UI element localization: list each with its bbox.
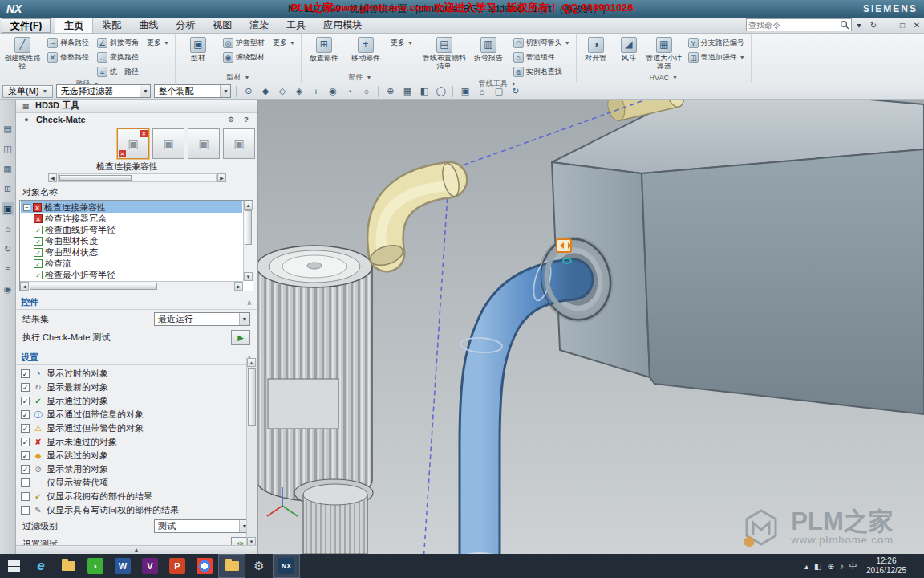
command-search-input[interactable] bbox=[748, 21, 840, 30]
test-row[interactable]: − ✕ 检查连接兼容性 bbox=[21, 201, 242, 213]
checkbox[interactable] bbox=[21, 478, 30, 487]
option-show-failed[interactable]: ✘显示未通过的对象 bbox=[21, 435, 245, 449]
tab-render[interactable]: 渲染 bbox=[241, 18, 278, 33]
option-show-disabled[interactable]: ⊘显示禁用的对象 bbox=[21, 462, 245, 476]
ribbon-collapse-icon[interactable]: ▾ bbox=[852, 18, 866, 33]
trim-path-button[interactable]: ✕修整路径 bbox=[44, 51, 92, 64]
network-icon[interactable]: ⊕ bbox=[828, 562, 834, 571]
panel-vertical-scrollbar[interactable]: ▲ ▼ bbox=[246, 358, 257, 546]
scroll-up-icon[interactable]: ▲ bbox=[247, 358, 256, 367]
taskbar-visual-studio[interactable]: V bbox=[136, 554, 164, 578]
action-center-icon[interactable]: ◧ bbox=[814, 562, 821, 571]
menu-button[interactable]: 菜单(M) ▼ bbox=[2, 85, 53, 98]
result-set-dropdown[interactable]: 最近运行 ▼ bbox=[154, 312, 250, 326]
scrollbar-track[interactable] bbox=[58, 173, 217, 182]
taskbar-chrome[interactable] bbox=[191, 554, 218, 578]
checkbox[interactable] bbox=[21, 369, 30, 378]
tab-application[interactable]: 应用模块 bbox=[314, 18, 371, 33]
close-icon[interactable]: ✕ bbox=[910, 18, 924, 33]
panel-window-icon[interactable]: □ bbox=[241, 102, 253, 110]
test-row[interactable]: ✓检查曲线折弯半径 bbox=[21, 224, 242, 235]
checkbox[interactable] bbox=[21, 397, 30, 405]
checkbox[interactable] bbox=[21, 424, 30, 433]
scroll-right-icon[interactable]: ▶ bbox=[234, 282, 243, 291]
tab-tools[interactable]: 工具 bbox=[278, 18, 314, 33]
option-show-uptodate[interactable]: ↻显示最新的对象 bbox=[21, 381, 245, 394]
taskbar-word[interactable]: W bbox=[109, 554, 136, 578]
taskbar-open-folder[interactable] bbox=[218, 554, 245, 578]
controls-section-header[interactable]: 控件 ∧ bbox=[16, 295, 257, 310]
refresh-icon[interactable]: ↻ bbox=[509, 85, 522, 98]
option-writable-parts-only[interactable]: ✎仅显示具有写访问权的部件的结果 bbox=[21, 503, 245, 517]
scroll-up-icon[interactable]: ▲ bbox=[244, 201, 253, 210]
motor-junction-box[interactable] bbox=[268, 379, 338, 429]
tree-collapse-icon[interactable]: − bbox=[23, 204, 30, 211]
option-show-outdated[interactable]: ◔显示过时的对象 bbox=[21, 367, 245, 381]
option-owned-parts-only[interactable]: ✔仅显示我拥有的部件的结果 bbox=[21, 490, 245, 503]
checkbox[interactable] bbox=[21, 438, 30, 446]
scroll-left-icon[interactable]: ◀ bbox=[48, 173, 57, 182]
checkbox[interactable] bbox=[21, 383, 30, 392]
restore-icon[interactable]: □ bbox=[895, 18, 910, 33]
taskbar-messenger[interactable]: ◗ bbox=[82, 554, 109, 578]
start-button[interactable] bbox=[0, 554, 27, 578]
wrap-stock-button[interactable]: ◉缠绕型材 bbox=[220, 51, 268, 64]
test-row[interactable]: ✕检查连接器冗余 bbox=[21, 213, 242, 224]
arc-center-icon[interactable]: ◉ bbox=[326, 85, 339, 98]
taskbar-settings[interactable]: ⚙ bbox=[245, 554, 273, 578]
option-show-passed-warning[interactable]: ⚠显示通过但带警告的对象 bbox=[21, 421, 245, 435]
process-studio-icon[interactable]: ≡ bbox=[2, 263, 14, 275]
test-row[interactable]: ✓检查最小折弯半径 bbox=[21, 269, 242, 280]
face-select-icon[interactable]: ▦ bbox=[400, 85, 414, 98]
checkmate-header[interactable]: ● Check-Mate ⚙ ? bbox=[16, 113, 257, 127]
checkmate-thumbnail[interactable]: ▣ bbox=[152, 128, 184, 159]
wireframe-view-icon[interactable]: ◯ bbox=[434, 85, 448, 98]
thumbnail-scrollbar[interactable]: ◀ ▶ bbox=[48, 173, 226, 182]
checkbox[interactable] bbox=[21, 465, 30, 474]
stiffener-button[interactable]: ◫管道加强件▼ bbox=[685, 51, 748, 64]
transform-path-button[interactable]: ↔变换路径 bbox=[94, 51, 142, 64]
taskbar-clock[interactable]: 12:26 2016/12/25 bbox=[863, 556, 910, 576]
panel-collapse-strip[interactable]: ▲ bbox=[16, 545, 257, 554]
test-row[interactable]: ✓检查流 bbox=[21, 258, 242, 269]
taskbar-nx[interactable]: NX bbox=[273, 554, 300, 578]
volume-icon[interactable]: ♪ bbox=[840, 562, 844, 571]
routing-bom-button[interactable]: ▤ 管线布置物料清单 bbox=[422, 35, 467, 73]
scrollbar-thumb[interactable] bbox=[248, 368, 256, 426]
overstock-button[interactable]: ◎护套型材 bbox=[220, 36, 268, 50]
checkbox[interactable] bbox=[21, 506, 30, 515]
cut-elbow-button[interactable]: ◠切割弯管头▼ bbox=[510, 36, 573, 50]
list-horizontal-scrollbar[interactable]: ◀ ▶ bbox=[20, 281, 243, 291]
window-icon[interactable]: ▢ bbox=[492, 85, 505, 98]
scrollbar-thumb[interactable] bbox=[245, 210, 252, 245]
materials-icon[interactable]: ◉ bbox=[2, 283, 14, 295]
create-linear-path-button[interactable]: ╱ 创建线性路径 bbox=[2, 35, 43, 73]
mid-point-icon[interactable]: ◇ bbox=[275, 85, 289, 98]
move-part-button[interactable]: + 移动部件 bbox=[346, 35, 386, 65]
checkmate-thumbnail[interactable]: ▣ bbox=[188, 128, 220, 159]
run-checkmate-button[interactable]: ▶ bbox=[231, 330, 250, 345]
taskbar-ie[interactable]: e bbox=[27, 554, 55, 578]
scroll-down-icon[interactable]: ▼ bbox=[244, 272, 253, 281]
duct-size-calculator-button[interactable]: ▦ 管道大小计算器 bbox=[645, 35, 683, 73]
gear-icon[interactable]: ⚙ bbox=[225, 116, 237, 124]
scroll-right-icon[interactable]: ▶ bbox=[217, 173, 226, 182]
shaded-view-icon[interactable]: ◧ bbox=[417, 85, 431, 98]
group-label-hvac[interactable]: HVAC▼ bbox=[579, 73, 748, 83]
taskbar-powerpoint[interactable]: P bbox=[164, 554, 191, 578]
selection-filter-dropdown[interactable]: 无选择过滤器 ▼ bbox=[56, 84, 151, 98]
connector-qualify-badge[interactable] bbox=[557, 239, 572, 252]
split-duct-button[interactable]: ◑ 对开管 bbox=[579, 35, 613, 65]
quadrant-point-icon[interactable]: ◔ bbox=[342, 85, 356, 98]
group-label-part[interactable]: 部件▼ bbox=[304, 72, 416, 83]
scroll-left-icon[interactable]: ◀ bbox=[20, 282, 29, 291]
group-label-stock[interactable]: 型材▼ bbox=[178, 72, 298, 83]
branch-label-button[interactable]: Y分支路径编号 bbox=[685, 36, 748, 50]
assembly-navigator-icon[interactable]: ▤ bbox=[2, 122, 14, 135]
collapse-icon[interactable]: ● bbox=[21, 116, 32, 124]
checkbox[interactable] bbox=[21, 492, 30, 501]
datum-icon[interactable]: ⊕ bbox=[383, 85, 397, 98]
part-navigator-icon[interactable]: ▦ bbox=[2, 162, 14, 175]
tab-curve[interactable]: 曲线 bbox=[130, 18, 167, 33]
orient-view-icon[interactable]: ⌂ bbox=[475, 85, 488, 98]
